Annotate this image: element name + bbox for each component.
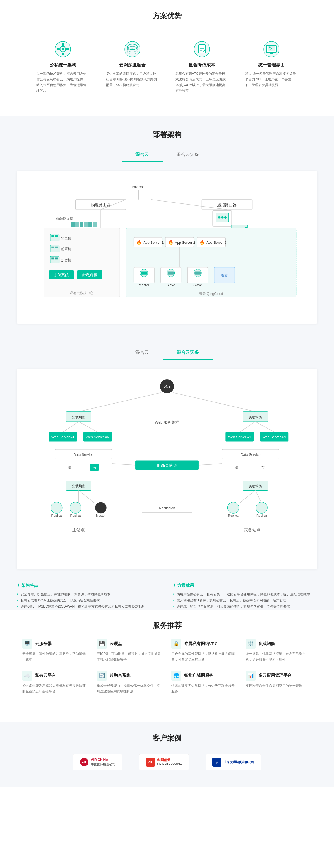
left-lb-text: 负载均衡 xyxy=(72,415,85,419)
master-label: Master xyxy=(139,283,149,287)
master-circle xyxy=(95,502,107,514)
slave1-label: Slave xyxy=(166,283,175,287)
advantage-icon-0 xyxy=(54,40,72,58)
arch-feature-right-list: 为用户提供公有云、私有云统一一致的云平台使用体验，降低部署成本，提升运维管理效率… xyxy=(173,591,317,610)
advantages-section: 方案优势 公私统一架构 以一致的技术架构为混合云用户交付公有云与私有云，为用户提… xyxy=(0,0,334,116)
hybrid-cloud-diagram: Internet 物理路由器 虚拟路由器 Route xyxy=(17,170,317,324)
service-desc-7: 实现跨平台全生命周期应用的统一管理 xyxy=(246,683,312,688)
service-desc-5: 集成全栈云能力，提供效储一体化交付，实现企业级应用的敏捷扩展 xyxy=(97,683,163,694)
service-desc-2: 用户专属的深性能网络，默认租户间之间隔离，可自定义三层互通 xyxy=(171,651,238,662)
private-data-label: 微私数据 xyxy=(82,273,98,277)
frontend-label: 前置机 xyxy=(61,247,71,251)
left-read-label: 读 xyxy=(68,465,71,469)
services-title: 服务推荐 xyxy=(0,610,334,639)
svg-rect-50 xyxy=(141,271,147,274)
svg-rect-5 xyxy=(66,48,69,50)
service-card-5: 🔄 超融合系统 集成全栈云能力，提供效储一体化交付，实现企业级应用的敏捷扩展 xyxy=(97,671,163,694)
service-title-7: 多云应用管理平台 xyxy=(259,673,292,678)
customer-logo-cr: CR 华闽創業CR ENTERPRISE xyxy=(139,754,189,771)
customers-section: 客户案例 AIR AIR CHINA中国国际航空公司 CR 华闽創業CR ENT… xyxy=(0,722,334,787)
advantage-title-2: 显著降低成本 xyxy=(176,62,228,68)
service-title-6: 智能广域网服务 xyxy=(184,673,213,678)
tab-disaster-2[interactable]: 混合云灾备 xyxy=(163,346,213,360)
physical-fw-label: 物理防火墙 xyxy=(57,217,73,221)
service-title-4: 私有云平台 xyxy=(35,673,56,678)
svg-rect-28 xyxy=(80,221,84,227)
right-write-label: 写 xyxy=(262,465,265,469)
arch-features: ✦ 架构特点 安全可靠、扩级确定、弹性伸缩的计算资源，帮助降低IT成本私有云成者… xyxy=(17,577,317,610)
svg-rect-26 xyxy=(71,221,75,227)
svg-rect-12 xyxy=(199,45,205,53)
arch-right-item-2: 通过统一的管理界面实现不同云资源的整合，实现包含审批、管控等管理要求 xyxy=(173,604,317,610)
service-card-2: 🔒 专属私有网络VPC 用户专属的深性能网络，默认租户间之间隔离，可自定义三层互… xyxy=(171,639,238,662)
service-icon-2: 🔒 xyxy=(171,639,181,649)
svg-line-65 xyxy=(112,464,135,465)
svg-rect-54 xyxy=(194,271,201,274)
left-ds-label: Data Service xyxy=(73,453,93,457)
slave2-label: Slave xyxy=(193,283,202,287)
arch-right-item-0: 为用户提供公有云、私有云统一一致的云平台使用体验，降低部署成本，提升运维管理效率 xyxy=(173,591,317,597)
service-desc-4: 经过多年研发积累和大规模私有云实践验证的企业级云IT基础平台 xyxy=(22,683,88,694)
disaster-svg: DNS 负载均衡 负载均衡 Web 服务集群 Web xyxy=(25,377,309,560)
right-ws1-label: Web Server #1 xyxy=(228,436,251,439)
service-card-header-1: 💾 云硬盘 xyxy=(97,639,163,649)
service-card-header-5: 🔄 超融合系统 xyxy=(97,671,163,681)
service-title-2: 专属私有网络VPC xyxy=(184,641,218,647)
svg-text:沪: 沪 xyxy=(216,761,218,764)
tab-hybrid-2[interactable]: 混合云 xyxy=(122,346,163,360)
replica2-label: Replica xyxy=(70,514,81,517)
replica1-label: Replica xyxy=(52,514,62,517)
svg-rect-40 xyxy=(50,245,59,252)
left-write-label: 写 xyxy=(93,466,96,469)
disaster-diagram: DNS 负载均衡 负载均衡 Web 服务集群 Web xyxy=(17,369,317,569)
service-desc-0: 安全可靠、弹性伸缩的计算服务，帮助降低IT成本 xyxy=(22,651,88,662)
left-wsN-label: Web Server #N xyxy=(86,436,109,439)
advantage-card-2: 显著降低成本 采用公有云+TC管控云的混合云模式比纯公有云模式，三年总支出成本减… xyxy=(171,35,233,99)
service-card-0: 🖥️ 云服务器 安全可靠、弹性伸缩的计算服务，帮助降低IT成本 xyxy=(22,639,88,662)
service-icon-0: 🖥️ xyxy=(22,639,32,649)
service-icon-3: ⚖️ xyxy=(246,639,255,649)
physical-router-label: 物理路由器 xyxy=(91,203,111,207)
replica4-label: Replica xyxy=(256,514,267,517)
disaster-label: 灾备站点 xyxy=(244,528,261,532)
svg-line-59 xyxy=(79,393,161,412)
service-card-header-3: ⚖️ 负载均衡 xyxy=(246,639,312,649)
service-card-header-4: ☁️ 私有云平台 xyxy=(22,671,88,681)
private-dc-label: 私有云数据中心 xyxy=(70,291,93,295)
svg-rect-30 xyxy=(88,221,92,227)
tab-disaster[interactable]: 混合云灾备 xyxy=(163,148,213,162)
service-icon-4: ☁️ xyxy=(22,671,32,681)
advantage-card-0: 公私统一架构 以一致的技术架构为混合云用户交付公有云与私有云，为用户提供一致的云… xyxy=(32,35,93,99)
service-card-4: ☁️ 私有云平台 经过多年研发积累和大规模私有云实践验证的企业级云IT基础平台 xyxy=(22,671,88,694)
svg-text:CR: CR xyxy=(148,761,153,764)
service-desc-1: 高IOPS、百纳批量、低延时，通过实时多副本技术保障数据安全 xyxy=(97,651,163,662)
svg-rect-27 xyxy=(75,221,79,227)
replica3-label: Replica xyxy=(228,514,239,517)
svg-rect-45 xyxy=(55,257,58,259)
svg-line-70 xyxy=(239,491,255,503)
svg-rect-29 xyxy=(84,221,88,227)
service-card-3: ⚖️ 负载均衡 统一承载并优化网络流量，转发至后端主机，提升服务性能和可用性 xyxy=(246,639,312,662)
arch-feature-right-title: ✦ 方案效果 xyxy=(173,583,317,588)
tab-hybrid[interactable]: 混合云 xyxy=(122,148,163,162)
app-server2-label: App Server 2 xyxy=(175,240,195,244)
svg-rect-43 xyxy=(50,256,59,263)
arch-left-item-0: 安全可靠、扩级确定、弹性伸缩的计算资源，帮助降低IT成本 xyxy=(17,591,161,597)
services-section: 服务推荐 🖥️ 云服务器 安全可靠、弹性伸缩的计算服务，帮助降低IT成本 💾 云… xyxy=(0,610,334,722)
svg-rect-18 xyxy=(268,46,275,52)
svg-rect-37 xyxy=(50,234,59,241)
service-card-header-7: 📊 多云应用管理平台 xyxy=(246,671,312,681)
deploy-tabs-2: 混合云 混合云灾备 xyxy=(0,346,334,360)
service-icon-1: 💾 xyxy=(97,639,107,649)
cr-icon: CR xyxy=(146,758,155,767)
advantage-title-3: 统一管理界面 xyxy=(245,62,298,68)
advantage-desc-3: 通过 统一多云管理平台对接各类云平台的 API，让用户在一个界面下，管理多套异构… xyxy=(245,71,298,88)
svg-point-25 xyxy=(224,216,226,218)
left-bottom-lb-label: 负载均衡 xyxy=(72,484,85,488)
arch-feature-left: ✦ 架构特点 安全可靠、扩级确定、弹性伸缩的计算资源，帮助降低IT成本私有云成者… xyxy=(17,583,161,610)
crypto-label: 加密机 xyxy=(61,258,71,262)
jump-server-label: 堡垒机 xyxy=(61,236,71,240)
service-card-header-6: 🌐 智能广域网服务 xyxy=(171,671,238,681)
advantage-icon-3 xyxy=(263,40,280,58)
svg-line-63 xyxy=(239,422,255,432)
